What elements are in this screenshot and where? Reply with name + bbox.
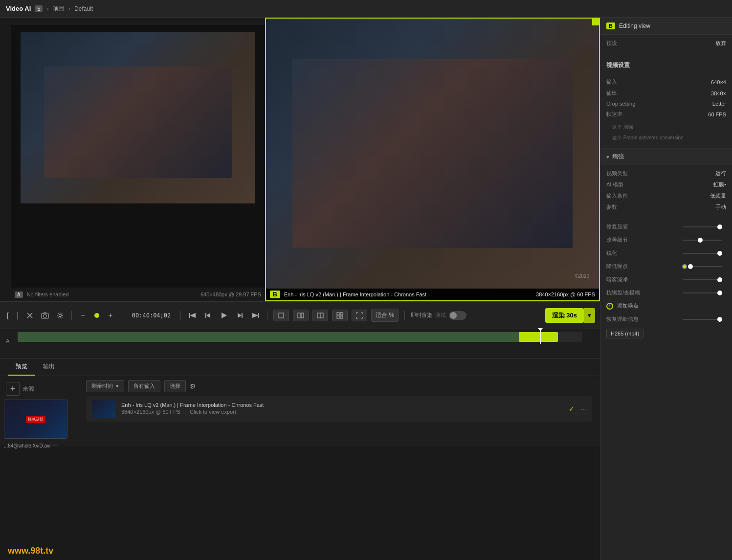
ai-model-value[interactable]: 虹膜•: [713, 181, 726, 188]
expand-details-slider[interactable]: [683, 319, 722, 320]
anti-aliasing-slider[interactable]: [683, 292, 722, 293]
fullscreen-btn[interactable]: [352, 310, 367, 321]
video-settings-row: 视频设置: [606, 61, 726, 74]
expand-details-label: 恢复详细信息: [606, 315, 639, 323]
crop-btn[interactable]: [273, 310, 289, 321]
sources-panel: + 来源 预览活跃 ...84@whole.XviD.avi ···: [0, 376, 78, 452]
notice1: 这个 增强: [606, 122, 726, 133]
remaining-time-label: 剩余时间: [91, 382, 113, 390]
skip-start-btn[interactable]: [187, 310, 199, 321]
output-resolution: 3840×2160px @ 60 FPS: [121, 409, 180, 416]
svg-rect-17: [337, 313, 339, 315]
crop-setting-value[interactable]: Letter: [712, 101, 726, 107]
sep1: [71, 311, 72, 320]
preset-value[interactable]: 放弃: [715, 40, 726, 47]
split-btn[interactable]: [312, 310, 328, 321]
immediate-label: 即时渲染: [411, 312, 432, 319]
fit-label: 适合 %: [376, 311, 394, 319]
timeline-track[interactable]: [18, 332, 582, 342]
dehaze-row: 暗雾滤净: [600, 273, 732, 286]
reduce-noise-label: 降低噪点: [606, 263, 682, 270]
timeline-a-label: A: [6, 338, 9, 344]
top-bar: Video AI 5 › 项目 › Default: [0, 0, 732, 18]
play-btn[interactable]: [218, 310, 230, 321]
params-value[interactable]: 手动: [715, 203, 726, 211]
source-thumbnail[interactable]: 预览活跃: [4, 400, 67, 439]
next-frame-btn[interactable]: [234, 310, 245, 321]
preview-section: A No filters enabled 640×480px @ 29.97 F…: [0, 18, 600, 301]
settings-btn[interactable]: [55, 310, 66, 321]
export-btn[interactable]: 渲染 30s: [545, 308, 584, 323]
settings-icon-btn[interactable]: ⚙: [190, 382, 196, 390]
sidebar-preset-section: 预设 放弃: [600, 35, 732, 56]
reduce-noise-dot[interactable]: [682, 264, 687, 269]
format-badge[interactable]: H265 (mp4): [606, 329, 643, 338]
dehaze-slider[interactable]: [683, 279, 722, 280]
enhance-settings: 视频类型 运行 AI 模型 虹膜• 输入条件 低频量 参数 手动: [600, 165, 732, 220]
frame-rate-label: 帧速率: [606, 111, 622, 118]
output-more-btn[interactable]: ···: [580, 405, 586, 413]
panel-a-resolution: 640×480px @ 29.97 FPS: [200, 291, 261, 297]
snapshot-btn[interactable]: [39, 310, 51, 321]
source-dots-btn[interactable]: ···: [52, 441, 58, 448]
sep4: [267, 311, 267, 320]
fit-btn[interactable]: 适合 %: [371, 309, 399, 322]
video-type-value[interactable]: 运行: [715, 170, 726, 177]
video-settings-title: 视频设置: [606, 61, 630, 69]
tab-output[interactable]: 输出: [35, 358, 63, 376]
left-panel: A No filters enabled 640×480px @ 29.97 F…: [0, 18, 600, 560]
reduce-noise-slider[interactable]: [693, 266, 722, 267]
select-btn[interactable]: 选择: [164, 380, 186, 392]
improve-detail-slider[interactable]: [683, 240, 722, 241]
output-row: 输出 3840×: [606, 90, 726, 97]
frame-rate-value[interactable]: 60 FPS: [708, 112, 726, 117]
svg-rect-20: [340, 316, 343, 318]
crop-setting-label: Crop setting: [606, 101, 635, 107]
zoom-out-btn[interactable]: −: [78, 310, 89, 321]
panel-a-video: [21, 32, 255, 203]
test-label: 测试: [435, 312, 446, 319]
sep3: [180, 311, 181, 320]
add-point-label: 添加噪点: [617, 302, 639, 310]
svg-rect-11: [258, 313, 259, 318]
cut-btn[interactable]: [24, 310, 35, 321]
compress-repair-label: 修复压缩: [606, 223, 679, 230]
a-label: A: [15, 291, 23, 298]
input-cond-value[interactable]: 低频量: [710, 192, 726, 200]
breadcrumb-1[interactable]: 项目: [53, 4, 65, 13]
output-header: 剩余时间 ▾ 所有输入 选择 ⚙: [86, 380, 592, 392]
sep2: [122, 311, 122, 320]
bracket-close-btn[interactable]: ]: [15, 310, 21, 321]
expand-details-row[interactable]: 恢复详细信息: [600, 313, 732, 326]
tab-preview[interactable]: 预览: [8, 358, 35, 376]
panel-b-video: ©2020: [266, 19, 599, 289]
compress-repair-slider[interactable]: [683, 226, 722, 227]
grid-btn[interactable]: [332, 310, 348, 321]
output-panel: 剩余时间 ▾ 所有输入 选择 ⚙ Enh - Iris LQ v2 (Man.)…: [78, 376, 600, 452]
prev-frame-btn[interactable]: [202, 310, 214, 321]
compare-btn[interactable]: [293, 310, 309, 321]
immediate-toggle[interactable]: [449, 311, 466, 320]
add-source-btn[interactable]: +: [6, 382, 20, 396]
bottom-tabs: 预览 输出: [0, 358, 600, 376]
bracket-open-btn[interactable]: [: [5, 310, 11, 321]
panel-b-container: ©2020 B Enh - Iris LQ v2 (Man.) | Frame …: [265, 18, 600, 301]
svg-point-2: [59, 314, 61, 316]
timeline-playhead[interactable]: [540, 330, 541, 344]
zoom-in-btn[interactable]: +: [105, 310, 116, 321]
svg-rect-18: [340, 313, 343, 315]
all-input-btn[interactable]: 所有输入: [128, 380, 160, 392]
preset-label: 预设: [606, 40, 617, 47]
add-point-row[interactable]: + 添加噪点: [600, 299, 732, 313]
breadcrumb-2[interactable]: Default: [74, 5, 93, 12]
skip-end-btn[interactable]: [249, 310, 261, 321]
svg-rect-13: [298, 313, 300, 318]
export-dropdown-btn[interactable]: ▾: [584, 308, 595, 323]
crop-setting-row: Crop setting Letter: [606, 101, 726, 107]
input-cond-row: 输入条件 低频量: [606, 192, 726, 200]
enhance-section-header[interactable]: ▾ 增强: [600, 149, 732, 165]
sidebar-b-badge: B: [606, 22, 615, 29]
sharpen-slider[interactable]: [683, 253, 722, 254]
output-status[interactable]: Click to view export: [190, 409, 236, 416]
no-filters-label: No filters enabled: [27, 291, 69, 297]
